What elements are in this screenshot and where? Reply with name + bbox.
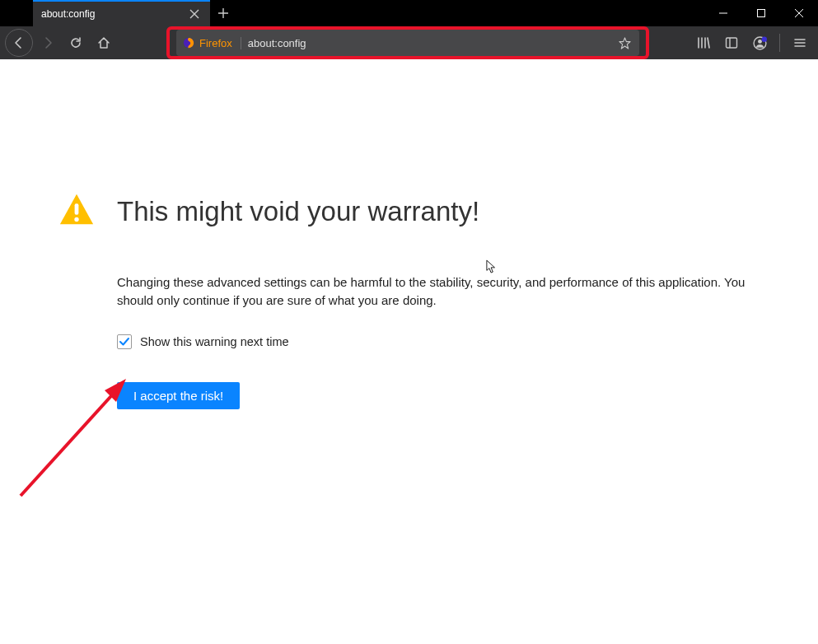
sidebar-button[interactable] — [718, 30, 745, 56]
menu-button[interactable] — [787, 30, 813, 56]
svg-rect-2 — [727, 38, 737, 48]
warning-title: This might void your warranty! — [117, 196, 479, 227]
urlbar[interactable]: Firefox about:config — [176, 30, 639, 56]
identity-box[interactable]: Firefox — [183, 37, 241, 49]
show-warning-checkbox-row: Show this warning next time — [117, 334, 776, 349]
warning-triangle-icon — [58, 191, 96, 232]
back-button[interactable] — [5, 29, 33, 57]
minimize-button[interactable] — [704, 0, 742, 26]
forward-button — [35, 30, 61, 56]
nav-toolbar: Firefox about:config — [0, 26, 818, 59]
window-controls — [704, 0, 818, 26]
bookmark-star-icon[interactable] — [613, 31, 636, 54]
reload-button[interactable] — [63, 30, 89, 56]
close-window-button[interactable] — [780, 0, 818, 26]
svg-point-5 — [761, 36, 766, 41]
svg-point-4 — [758, 39, 762, 43]
tab-title: about:config — [41, 8, 180, 20]
url-input[interactable]: about:config — [248, 37, 606, 49]
warning-body: Changing these advanced settings can be … — [117, 273, 776, 409]
browser-tab[interactable]: about:config — [33, 0, 210, 26]
svg-rect-6 — [75, 203, 79, 214]
svg-point-7 — [74, 217, 78, 222]
close-tab-icon[interactable] — [187, 7, 202, 21]
page-content: This might void your warranty! Changing … — [0, 59, 818, 644]
identity-label: Firefox — [199, 37, 232, 49]
toolbar-right — [690, 30, 813, 56]
show-warning-checkbox[interactable] — [117, 334, 132, 349]
library-button[interactable] — [690, 30, 717, 56]
svg-rect-0 — [758, 10, 765, 17]
urlbar-container: Firefox about:config — [176, 30, 639, 56]
toolbar-separator — [779, 34, 780, 52]
maximize-button[interactable] — [742, 0, 780, 26]
warning-header: This might void your warranty! — [58, 191, 785, 232]
tab-strip: about:config — [0, 0, 704, 26]
svg-line-8 — [21, 389, 118, 496]
firefox-logo-icon — [183, 37, 194, 49]
show-warning-checkbox-label: Show this warning next time — [140, 335, 289, 348]
warning-description: Changing these advanced settings can be … — [117, 273, 776, 310]
accept-risk-button[interactable]: I accept the risk! — [117, 382, 240, 409]
titlebar: about:config — [0, 0, 818, 26]
home-button[interactable] — [91, 30, 117, 56]
account-button[interactable] — [746, 30, 773, 56]
new-tab-button[interactable] — [210, 0, 236, 26]
